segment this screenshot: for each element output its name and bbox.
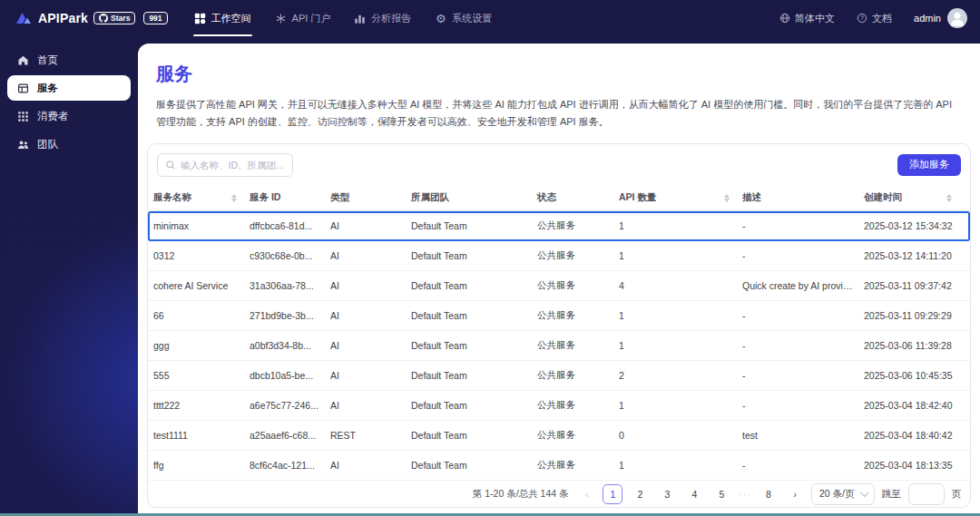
language-switcher[interactable]: 简体中文 bbox=[779, 12, 835, 25]
cell-created-time: 2025-03-11 09:37:42 bbox=[864, 280, 965, 291]
sidebar-item-label: 服务 bbox=[37, 82, 58, 95]
sort-icon[interactable] bbox=[231, 194, 237, 202]
table-row[interactable]: 555 dbcb10a5-be... AI Default Team 公共服务 … bbox=[148, 361, 970, 391]
table-body: minimax dffcbca6-81d... AI Default Team … bbox=[148, 211, 970, 481]
table-toolbar: 添加服务 bbox=[148, 144, 970, 177]
brand-name: APIPark bbox=[38, 11, 88, 25]
page-button-1[interactable]: 1 bbox=[603, 484, 622, 504]
sidebar-item-consumers[interactable]: 消费者 bbox=[7, 103, 131, 129]
table-row[interactable]: ffg 8cf6c4ac-121... AI Default Team 公共服务… bbox=[148, 451, 970, 481]
jump-page-input[interactable] bbox=[908, 483, 945, 505]
github-stars-badge[interactable]: Stars bbox=[93, 12, 135, 24]
username: admin bbox=[914, 13, 941, 24]
table-row[interactable]: minimax dffcbca6-81d... AI Default Team … bbox=[148, 211, 970, 241]
cell-api-count: 1 bbox=[619, 310, 742, 321]
cell-status: 公共服务 bbox=[537, 429, 619, 442]
cell-created-time: 2025-03-11 09:29:29 bbox=[864, 310, 965, 321]
cell-description: - bbox=[742, 460, 864, 471]
cell-api-count: 1 bbox=[619, 460, 742, 471]
services-icon bbox=[16, 82, 29, 94]
cell-team: Default Team bbox=[411, 460, 537, 471]
nav-item-api-portal[interactable]: API 门户 bbox=[263, 0, 343, 36]
cell-service-id: c930c68e-0b... bbox=[250, 250, 330, 261]
page-button-3[interactable]: 3 bbox=[657, 484, 677, 504]
bar-chart-icon bbox=[354, 13, 366, 24]
nav-item-settings[interactable]: ⚙ 系统设置 bbox=[423, 0, 504, 36]
page-button-5[interactable]: 5 bbox=[711, 484, 731, 504]
sidebar-item-teams[interactable]: 团队 bbox=[7, 131, 131, 157]
table-row[interactable]: 0312 c930c68e-0b... AI Default Team 公共服务… bbox=[148, 241, 970, 271]
column-header-label: API 数量 bbox=[619, 191, 656, 204]
services-card: 添加服务 服务名称 服务 ID 类型 所属团队 状态 API 数量 描述 创建时… bbox=[147, 143, 971, 508]
column-header-label: 描述 bbox=[742, 191, 761, 204]
teams-icon bbox=[16, 138, 29, 151]
user-menu[interactable]: admin bbox=[914, 8, 967, 28]
sidebar-item-home[interactable]: 首页 bbox=[7, 47, 131, 73]
help-icon: ? bbox=[857, 13, 867, 24]
github-stars-label: Stars bbox=[111, 14, 130, 23]
column-header-label: 类型 bbox=[330, 191, 349, 204]
search-box[interactable] bbox=[157, 153, 293, 177]
cell-api-count: 2 bbox=[619, 370, 742, 381]
page-button-4[interactable]: 4 bbox=[684, 484, 704, 504]
cell-description: - bbox=[742, 340, 864, 351]
cell-description: - bbox=[742, 310, 864, 321]
cell-type: AI bbox=[330, 220, 411, 231]
page-ellipsis[interactable]: ··· bbox=[739, 489, 751, 500]
cell-status: 公共服务 bbox=[537, 309, 619, 322]
page-size-select[interactable]: 20 条/页 bbox=[811, 483, 875, 505]
docs-link[interactable]: ? 文档 bbox=[857, 12, 892, 25]
cell-description: - bbox=[742, 220, 864, 231]
cell-created-time: 2025-03-04 18:42:40 bbox=[864, 400, 965, 411]
cell-created-time: 2025-03-12 14:11:20 bbox=[864, 250, 965, 261]
column-header: 服务名称 bbox=[153, 191, 250, 204]
github-stars-count[interactable]: 991 bbox=[143, 12, 167, 24]
cell-description: test bbox=[742, 430, 864, 441]
cell-team: Default Team bbox=[411, 430, 537, 441]
cell-service-id: 8cf6c4ac-121... bbox=[250, 460, 330, 471]
workspace-icon bbox=[194, 13, 206, 24]
table-row[interactable]: tttt222 a6e75c77-246... AI Default Team … bbox=[148, 391, 970, 421]
apipark-logo-icon bbox=[15, 9, 33, 27]
nav-item-analytics[interactable]: 分析报告 bbox=[342, 0, 423, 36]
nav-item-workspace[interactable]: 工作空间 bbox=[182, 0, 263, 36]
cell-status: 公共服务 bbox=[537, 459, 619, 472]
table-row[interactable]: test1111 a25aaef6-c68... REST Default Te… bbox=[148, 421, 970, 451]
cell-api-count: 4 bbox=[619, 280, 742, 291]
sidebar-item-services[interactable]: 服务 bbox=[7, 75, 131, 101]
cell-service-name: 66 bbox=[153, 310, 250, 321]
add-service-button[interactable]: 添加服务 bbox=[897, 154, 961, 176]
cell-status: 公共服务 bbox=[537, 219, 619, 232]
nav-item-label: 工作空间 bbox=[211, 12, 251, 25]
brand[interactable]: APIPark Stars 991 bbox=[15, 9, 168, 27]
sort-icon[interactable] bbox=[724, 194, 730, 202]
prev-page-button[interactable]: ‹ bbox=[577, 484, 595, 504]
github-icon bbox=[99, 14, 108, 23]
cell-team: Default Team bbox=[411, 370, 537, 381]
column-header-label: 服务 ID bbox=[250, 191, 280, 204]
column-header: 服务 ID bbox=[250, 191, 330, 204]
svg-text:?: ? bbox=[860, 15, 864, 21]
cell-team: Default Team bbox=[411, 250, 537, 261]
cell-created-time: 2025-03-04 18:40:42 bbox=[864, 430, 965, 441]
cell-status: 公共服务 bbox=[537, 249, 619, 262]
jump-label: 跳至 bbox=[882, 488, 901, 501]
search-input[interactable] bbox=[181, 160, 285, 170]
column-header: 创建时间 bbox=[864, 191, 965, 204]
cell-api-count: 1 bbox=[619, 400, 742, 411]
main-panel: 服务 服务提供了高性能 API 网关，并且可以无缝接入多种大型 AI 模型，并将… bbox=[138, 44, 980, 513]
table-row[interactable]: 66 271bd9be-3b... AI Default Team 公共服务 1… bbox=[148, 301, 970, 331]
column-header: 状态 bbox=[537, 191, 619, 204]
table-row[interactable]: ggg a0bf3d34-8b... AI Default Team 公共服务 … bbox=[148, 331, 970, 361]
globe-icon bbox=[779, 13, 790, 24]
gear-icon: ⚙ bbox=[435, 13, 446, 24]
cell-team: Default Team bbox=[411, 280, 537, 291]
page-button-8[interactable]: 8 bbox=[759, 484, 779, 504]
next-page-button[interactable]: › bbox=[786, 484, 804, 504]
table-row[interactable]: cohere AI Service 31a306aa-78... AI Defa… bbox=[148, 271, 970, 301]
nav-item-label: 分析报告 bbox=[371, 12, 411, 25]
cell-description: - bbox=[742, 400, 864, 411]
sort-icon[interactable] bbox=[946, 194, 952, 202]
page-button-2[interactable]: 2 bbox=[630, 484, 650, 504]
cell-service-name: minimax bbox=[153, 220, 250, 231]
